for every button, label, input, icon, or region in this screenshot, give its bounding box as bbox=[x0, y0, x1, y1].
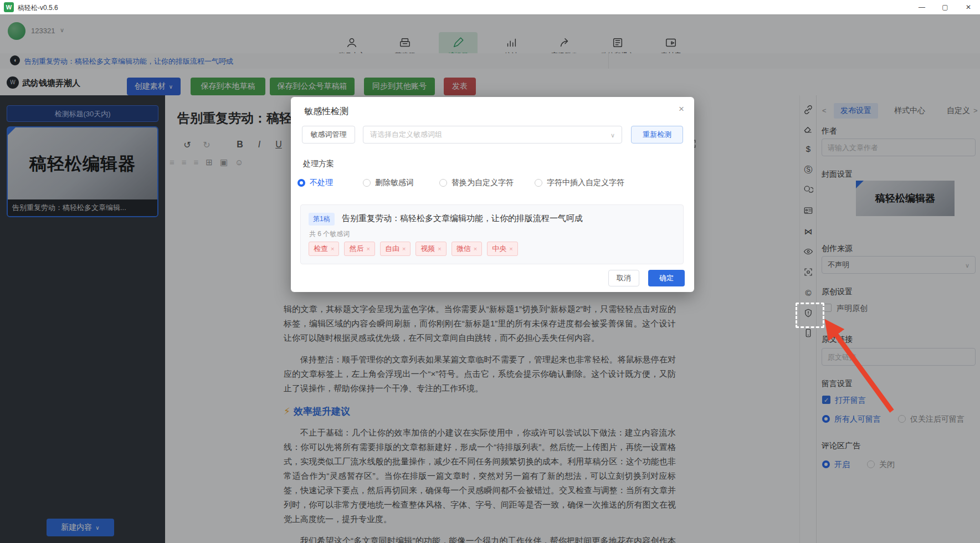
detection-result-box: 第1稿 告别重复劳动：稿轻松多文章编辑功能，让你的排版流程一气呵成 共 6 个敏… bbox=[300, 204, 684, 264]
plan-label: 处理方案 bbox=[303, 159, 334, 169]
maximize-icon[interactable]: ▢ bbox=[933, 0, 957, 14]
sensitive-count: 共 6 个敏感词 bbox=[309, 229, 350, 239]
draft-badge: 第1稿 bbox=[309, 213, 335, 226]
chevron-down-icon: ∨ bbox=[610, 126, 615, 144]
remove-word-icon[interactable]: × bbox=[509, 245, 512, 252]
radio-off-icon bbox=[363, 179, 371, 187]
sensitive-word-pill[interactable]: 检查× bbox=[309, 242, 339, 256]
remove-word-icon[interactable]: × bbox=[402, 245, 406, 252]
remove-word-icon[interactable]: × bbox=[474, 245, 477, 252]
sensitive-word-pill[interactable]: 中央× bbox=[487, 242, 517, 256]
manage-sensitive-words-button[interactable]: 敏感词管理 bbox=[302, 126, 355, 144]
close-window-icon[interactable]: ✕ bbox=[957, 0, 980, 14]
sensitive-word-pill[interactable]: 然后× bbox=[344, 242, 374, 256]
app-logo-icon: W bbox=[4, 2, 14, 12]
sensitive-word-pill[interactable]: 自由× bbox=[380, 242, 411, 256]
option-no-action[interactable]: 不处理 bbox=[297, 178, 363, 188]
red-arrow-annotation bbox=[810, 310, 904, 418]
app-title: 稿轻松-v0.5.6 bbox=[18, 3, 58, 13]
confirm-button[interactable]: 确定 bbox=[648, 270, 685, 286]
modal-close-icon[interactable]: × bbox=[679, 104, 684, 115]
sensitive-word-pills: 检查× 然后× 自由× 视频× 微信× 中央× bbox=[309, 242, 518, 256]
sensitive-word-group-select[interactable]: 请选择自定义敏感词组 ∨ bbox=[363, 126, 622, 144]
remove-word-icon[interactable]: × bbox=[331, 245, 334, 252]
modal-title: 敏感性检测 bbox=[304, 106, 348, 117]
title-bar: W 稿轻松-v0.5.6 — ▢ ✕ bbox=[0, 0, 980, 15]
cancel-button[interactable]: 取消 bbox=[608, 270, 639, 286]
option-replace-chars[interactable]: 替换为自定义字符 bbox=[439, 178, 535, 188]
app-window: W 稿轻松-v0.5.6 — ▢ ✕ 123321 ∨ 账号中心 草稿箱 编辑器 bbox=[0, 0, 980, 543]
radio-off-icon bbox=[439, 179, 447, 187]
plan-options: 不处理 删除敏感词 替换为自定义字符 字符中插入自定义字符 bbox=[297, 178, 624, 188]
radio-on-icon bbox=[297, 179, 305, 187]
draft-title: 告别重复劳动：稿轻松多文章编辑功能，让你的排版流程一气呵成 bbox=[342, 213, 583, 224]
minimize-icon[interactable]: — bbox=[910, 0, 933, 14]
recheck-button[interactable]: 重新检测 bbox=[631, 126, 683, 144]
sensitivity-check-modal: 敏感性检测 × 敏感词管理 请选择自定义敏感词组 ∨ 重新检测 处理方案 不处理… bbox=[291, 97, 694, 292]
sensitive-word-pill[interactable]: 视频× bbox=[415, 242, 446, 256]
remove-word-icon[interactable]: × bbox=[366, 245, 370, 252]
option-insert-chars[interactable]: 字符中插入自定义字符 bbox=[535, 178, 624, 188]
sensitive-word-pill[interactable]: 微信× bbox=[451, 242, 482, 256]
radio-off-icon bbox=[535, 179, 542, 187]
remove-word-icon[interactable]: × bbox=[438, 245, 441, 252]
option-delete-words[interactable]: 删除敏感词 bbox=[363, 178, 439, 188]
